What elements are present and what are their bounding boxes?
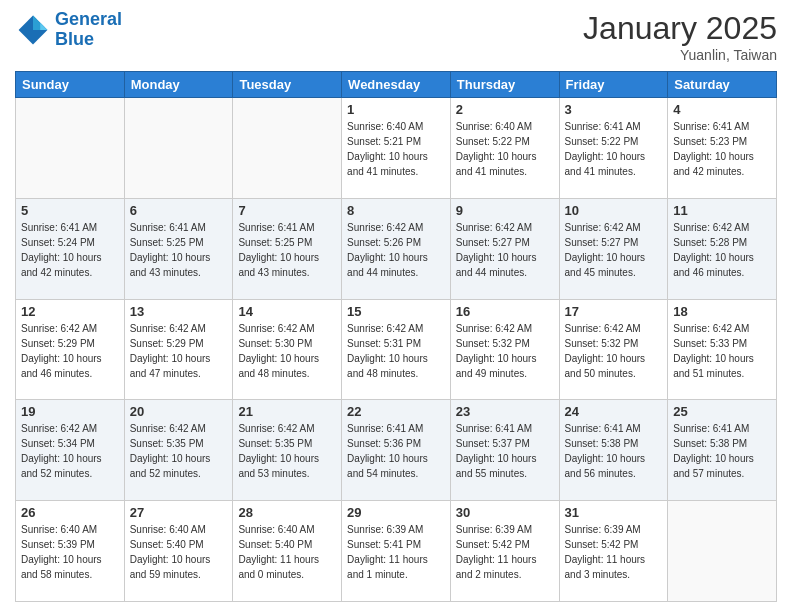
calendar-cell: 21Sunrise: 6:42 AMSunset: 5:35 PMDayligh… bbox=[233, 400, 342, 501]
day-info: Sunrise: 6:42 AMSunset: 5:32 PMDaylight:… bbox=[456, 321, 554, 381]
logo-icon bbox=[15, 12, 51, 48]
calendar-cell: 5Sunrise: 6:41 AMSunset: 5:24 PMDaylight… bbox=[16, 198, 125, 299]
day-number: 30 bbox=[456, 505, 554, 520]
day-number: 13 bbox=[130, 304, 228, 319]
day-number: 24 bbox=[565, 404, 663, 419]
day-info: Sunrise: 6:39 AMSunset: 5:42 PMDaylight:… bbox=[456, 522, 554, 582]
calendar-cell: 11Sunrise: 6:42 AMSunset: 5:28 PMDayligh… bbox=[668, 198, 777, 299]
day-number: 4 bbox=[673, 102, 771, 117]
day-number: 9 bbox=[456, 203, 554, 218]
day-info: Sunrise: 6:42 AMSunset: 5:27 PMDaylight:… bbox=[565, 220, 663, 280]
calendar-cell: 30Sunrise: 6:39 AMSunset: 5:42 PMDayligh… bbox=[450, 501, 559, 602]
calendar-cell bbox=[668, 501, 777, 602]
day-number: 14 bbox=[238, 304, 336, 319]
day-info: Sunrise: 6:41 AMSunset: 5:38 PMDaylight:… bbox=[673, 421, 771, 481]
day-number: 23 bbox=[456, 404, 554, 419]
week-row-0: 1Sunrise: 6:40 AMSunset: 5:21 PMDaylight… bbox=[16, 98, 777, 199]
calendar-cell: 31Sunrise: 6:39 AMSunset: 5:42 PMDayligh… bbox=[559, 501, 668, 602]
calendar-cell: 17Sunrise: 6:42 AMSunset: 5:32 PMDayligh… bbox=[559, 299, 668, 400]
day-info: Sunrise: 6:40 AMSunset: 5:40 PMDaylight:… bbox=[130, 522, 228, 582]
calendar-cell bbox=[124, 98, 233, 199]
col-header-saturday: Saturday bbox=[668, 72, 777, 98]
day-number: 7 bbox=[238, 203, 336, 218]
day-number: 25 bbox=[673, 404, 771, 419]
day-info: Sunrise: 6:41 AMSunset: 5:22 PMDaylight:… bbox=[565, 119, 663, 179]
day-number: 15 bbox=[347, 304, 445, 319]
day-number: 8 bbox=[347, 203, 445, 218]
calendar-cell: 8Sunrise: 6:42 AMSunset: 5:26 PMDaylight… bbox=[342, 198, 451, 299]
day-number: 2 bbox=[456, 102, 554, 117]
day-info: Sunrise: 6:41 AMSunset: 5:36 PMDaylight:… bbox=[347, 421, 445, 481]
page: General Blue January 2025 Yuanlin, Taiwa… bbox=[0, 0, 792, 612]
day-info: Sunrise: 6:42 AMSunset: 5:31 PMDaylight:… bbox=[347, 321, 445, 381]
day-info: Sunrise: 6:41 AMSunset: 5:38 PMDaylight:… bbox=[565, 421, 663, 481]
calendar-cell: 1Sunrise: 6:40 AMSunset: 5:21 PMDaylight… bbox=[342, 98, 451, 199]
day-number: 21 bbox=[238, 404, 336, 419]
day-number: 11 bbox=[673, 203, 771, 218]
day-info: Sunrise: 6:40 AMSunset: 5:40 PMDaylight:… bbox=[238, 522, 336, 582]
calendar-cell: 9Sunrise: 6:42 AMSunset: 5:27 PMDaylight… bbox=[450, 198, 559, 299]
day-number: 3 bbox=[565, 102, 663, 117]
calendar-cell: 19Sunrise: 6:42 AMSunset: 5:34 PMDayligh… bbox=[16, 400, 125, 501]
calendar-cell: 4Sunrise: 6:41 AMSunset: 5:23 PMDaylight… bbox=[668, 98, 777, 199]
day-info: Sunrise: 6:39 AMSunset: 5:41 PMDaylight:… bbox=[347, 522, 445, 582]
day-number: 1 bbox=[347, 102, 445, 117]
day-info: Sunrise: 6:42 AMSunset: 5:29 PMDaylight:… bbox=[21, 321, 119, 381]
col-header-monday: Monday bbox=[124, 72, 233, 98]
day-number: 22 bbox=[347, 404, 445, 419]
calendar-table: SundayMondayTuesdayWednesdayThursdayFrid… bbox=[15, 71, 777, 602]
week-row-3: 19Sunrise: 6:42 AMSunset: 5:34 PMDayligh… bbox=[16, 400, 777, 501]
calendar-header-row: SundayMondayTuesdayWednesdayThursdayFrid… bbox=[16, 72, 777, 98]
logo-general: General bbox=[55, 9, 122, 29]
day-number: 31 bbox=[565, 505, 663, 520]
day-info: Sunrise: 6:41 AMSunset: 5:23 PMDaylight:… bbox=[673, 119, 771, 179]
col-header-wednesday: Wednesday bbox=[342, 72, 451, 98]
day-number: 12 bbox=[21, 304, 119, 319]
logo-text: General Blue bbox=[55, 10, 122, 50]
day-info: Sunrise: 6:42 AMSunset: 5:26 PMDaylight:… bbox=[347, 220, 445, 280]
day-info: Sunrise: 6:42 AMSunset: 5:33 PMDaylight:… bbox=[673, 321, 771, 381]
calendar-cell: 10Sunrise: 6:42 AMSunset: 5:27 PMDayligh… bbox=[559, 198, 668, 299]
week-row-2: 12Sunrise: 6:42 AMSunset: 5:29 PMDayligh… bbox=[16, 299, 777, 400]
day-number: 6 bbox=[130, 203, 228, 218]
month-title: January 2025 bbox=[583, 10, 777, 47]
day-info: Sunrise: 6:41 AMSunset: 5:37 PMDaylight:… bbox=[456, 421, 554, 481]
day-number: 10 bbox=[565, 203, 663, 218]
calendar-cell: 22Sunrise: 6:41 AMSunset: 5:36 PMDayligh… bbox=[342, 400, 451, 501]
day-number: 19 bbox=[21, 404, 119, 419]
calendar-cell bbox=[16, 98, 125, 199]
calendar-cell: 27Sunrise: 6:40 AMSunset: 5:40 PMDayligh… bbox=[124, 501, 233, 602]
calendar-cell: 25Sunrise: 6:41 AMSunset: 5:38 PMDayligh… bbox=[668, 400, 777, 501]
day-number: 28 bbox=[238, 505, 336, 520]
day-number: 17 bbox=[565, 304, 663, 319]
header: General Blue January 2025 Yuanlin, Taiwa… bbox=[15, 10, 777, 63]
svg-marker-2 bbox=[40, 23, 47, 30]
logo-blue: Blue bbox=[55, 29, 94, 49]
week-row-4: 26Sunrise: 6:40 AMSunset: 5:39 PMDayligh… bbox=[16, 501, 777, 602]
week-row-1: 5Sunrise: 6:41 AMSunset: 5:24 PMDaylight… bbox=[16, 198, 777, 299]
day-info: Sunrise: 6:42 AMSunset: 5:34 PMDaylight:… bbox=[21, 421, 119, 481]
day-number: 16 bbox=[456, 304, 554, 319]
day-info: Sunrise: 6:39 AMSunset: 5:42 PMDaylight:… bbox=[565, 522, 663, 582]
calendar-cell: 2Sunrise: 6:40 AMSunset: 5:22 PMDaylight… bbox=[450, 98, 559, 199]
day-number: 18 bbox=[673, 304, 771, 319]
col-header-thursday: Thursday bbox=[450, 72, 559, 98]
day-info: Sunrise: 6:42 AMSunset: 5:32 PMDaylight:… bbox=[565, 321, 663, 381]
day-info: Sunrise: 6:41 AMSunset: 5:25 PMDaylight:… bbox=[238, 220, 336, 280]
day-number: 26 bbox=[21, 505, 119, 520]
col-header-friday: Friday bbox=[559, 72, 668, 98]
calendar-cell: 13Sunrise: 6:42 AMSunset: 5:29 PMDayligh… bbox=[124, 299, 233, 400]
day-info: Sunrise: 6:42 AMSunset: 5:35 PMDaylight:… bbox=[238, 421, 336, 481]
calendar-cell: 20Sunrise: 6:42 AMSunset: 5:35 PMDayligh… bbox=[124, 400, 233, 501]
calendar-cell: 29Sunrise: 6:39 AMSunset: 5:41 PMDayligh… bbox=[342, 501, 451, 602]
calendar-cell: 24Sunrise: 6:41 AMSunset: 5:38 PMDayligh… bbox=[559, 400, 668, 501]
day-info: Sunrise: 6:42 AMSunset: 5:27 PMDaylight:… bbox=[456, 220, 554, 280]
calendar-cell: 18Sunrise: 6:42 AMSunset: 5:33 PMDayligh… bbox=[668, 299, 777, 400]
day-info: Sunrise: 6:42 AMSunset: 5:29 PMDaylight:… bbox=[130, 321, 228, 381]
col-header-sunday: Sunday bbox=[16, 72, 125, 98]
calendar-cell: 15Sunrise: 6:42 AMSunset: 5:31 PMDayligh… bbox=[342, 299, 451, 400]
day-info: Sunrise: 6:41 AMSunset: 5:24 PMDaylight:… bbox=[21, 220, 119, 280]
location: Yuanlin, Taiwan bbox=[583, 47, 777, 63]
day-info: Sunrise: 6:40 AMSunset: 5:22 PMDaylight:… bbox=[456, 119, 554, 179]
calendar-cell: 23Sunrise: 6:41 AMSunset: 5:37 PMDayligh… bbox=[450, 400, 559, 501]
